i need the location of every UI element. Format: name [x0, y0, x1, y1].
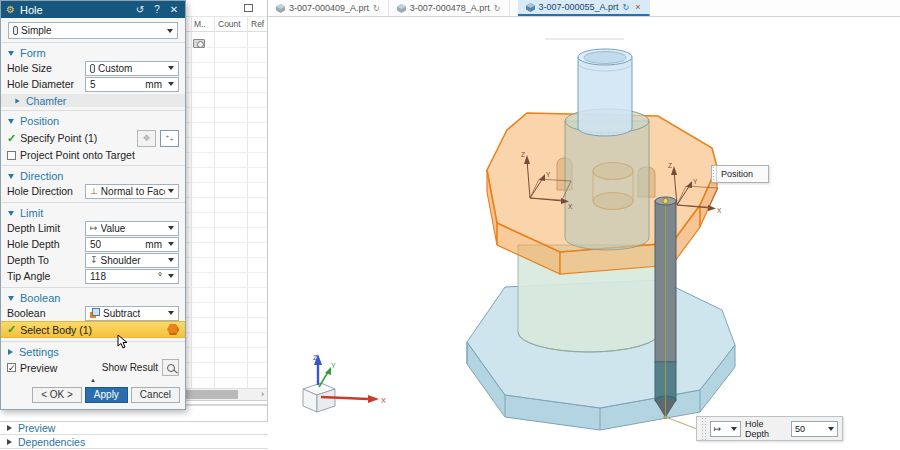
camera-icon[interactable] [193, 39, 205, 48]
settings-section-header[interactable]: Settings [1, 345, 185, 359]
hole-direction-row: Hole Direction ⊥ Normal to Face [1, 183, 185, 199]
chevron-down-icon [731, 427, 737, 431]
hole-diameter-label: Hole Diameter [7, 78, 81, 90]
modified-icon: ↻ [373, 4, 380, 13]
dialog-title: Hole [20, 4, 43, 16]
tip-angle-label: Tip Angle [7, 270, 81, 282]
position-tag[interactable]: Position [711, 165, 769, 183]
section-dependencies[interactable]: Dependencies [0, 435, 268, 449]
hole-preview-rod[interactable] [655, 197, 676, 417]
value-limit-icon: ↦ [714, 424, 722, 434]
hole-depth-mini-toolbar[interactable]: ↦ Hole Depth 50 [696, 416, 843, 441]
hole-diameter-row: Hole Diameter 5 mm [1, 76, 185, 92]
limit-section-header[interactable]: Limit [1, 206, 185, 220]
restore-window-icon[interactable] [244, 4, 253, 12]
hole-depth-input[interactable]: 50 [791, 421, 838, 437]
part-tabbar: 3-007-000409_A.prt ↻ 3-007-000478_A.prt … [268, 0, 900, 17]
modified-icon: ↻ [623, 3, 630, 12]
preview-checkbox[interactable]: ✓ [7, 363, 16, 372]
form-section-header[interactable]: Form [1, 46, 185, 60]
unit-label[interactable]: ° [158, 271, 162, 282]
axis-x-label: X [568, 203, 573, 210]
boolean-label: Boolean [7, 307, 81, 319]
chamfer-section-header[interactable]: Chamfer [1, 94, 185, 107]
specify-point-row[interactable]: ✓ Specify Point (1) ❖ ⁺₊ [1, 128, 185, 148]
hole-direction-dropdown[interactable]: ⊥ Normal to Face [85, 184, 179, 199]
horizontal-scrollbar[interactable]: › [185, 388, 267, 401]
navigator-rows [185, 33, 267, 388]
tip-angle-row: Tip Angle 118 ° [1, 268, 185, 284]
unit-label[interactable]: mm [145, 239, 162, 250]
graphics-viewport[interactable]: 3-007-000409_A.prt ↻ 3-007-000478_A.prt … [268, 0, 900, 450]
scroll-right-arrow[interactable]: › [261, 389, 264, 399]
collapse-arrow-icon [8, 211, 14, 216]
scrollbar-thumb[interactable] [186, 390, 238, 399]
modified-icon: ↻ [494, 4, 501, 13]
expand-arrow-icon [7, 425, 12, 431]
tab-close-icon[interactable]: × [635, 2, 640, 12]
unit-label[interactable]: mm [145, 79, 162, 90]
depth-limit-label: Depth Limit [7, 222, 81, 234]
hole-type-value: Simple [21, 25, 52, 36]
column-header-count[interactable]: Count [218, 19, 241, 29]
top-cylinder-body[interactable] [578, 49, 632, 136]
boolean-dropdown[interactable]: Subtract [85, 306, 179, 321]
drag-handle[interactable] [701, 417, 706, 440]
show-result-button[interactable] [162, 359, 179, 376]
position-section-header[interactable]: Position [1, 114, 185, 128]
dialog-collapse-handle[interactable]: ▲ [1, 376, 185, 385]
collapse-arrow-icon [8, 174, 14, 179]
axis-z-label: Z [668, 162, 672, 169]
model-scene[interactable]: Z Y X Z Y X [268, 17, 900, 450]
section-label: Preview [18, 422, 55, 434]
tab-part-409[interactable]: 3-007-000409_A.prt ↻ [268, 0, 389, 16]
check-icon: ✓ [7, 323, 16, 336]
dialog-titlebar[interactable]: ⚙ Hole ↺ ? ✕ [1, 1, 185, 18]
boolean-section-header[interactable]: Boolean [1, 291, 185, 305]
depth-limit-dropdown[interactable]: ↦ Value [85, 221, 179, 236]
wcs-triad[interactable]: Z Y X [303, 353, 386, 412]
help-icon[interactable]: ? [151, 4, 163, 15]
reset-icon[interactable]: ↺ [134, 4, 146, 15]
project-point-checkbox[interactable] [7, 151, 16, 160]
tab-label: 3-007-000409_A.prt [289, 3, 369, 13]
magnifier-icon [167, 364, 175, 372]
chevron-down-icon [168, 82, 174, 86]
hole-size-dropdown[interactable]: Custom [85, 61, 179, 76]
project-point-row[interactable]: Project Point onto Target [1, 148, 185, 162]
tab-part-055-active[interactable]: 3-007-000055_A.prt ↻ × [518, 0, 650, 16]
hole-depth-field[interactable]: 50 mm [85, 237, 179, 252]
hole-depth-label: Hole Depth [745, 419, 787, 439]
direction-section-header[interactable]: Direction [1, 169, 185, 183]
tab-label: 3-007-000055_A.prt [539, 2, 619, 12]
limit-type-dropdown[interactable]: ↦ [710, 421, 741, 437]
tab-part-478[interactable]: 3-007-000478_A.prt ↻ [389, 0, 510, 16]
specify-point-label: Specify Point (1) [20, 132, 133, 144]
navigator-header [185, 0, 267, 17]
normal-to-face-icon: ⊥ [90, 186, 98, 196]
specified-point-marker[interactable] [663, 198, 668, 203]
select-body-row[interactable]: ✓ Select Body (1) [1, 321, 185, 338]
point-dialog-button[interactable]: ⁺₊ [160, 130, 179, 147]
section-label: Dependencies [18, 436, 85, 448]
cancel-button[interactable]: Cancel [131, 387, 180, 403]
apply-button[interactable]: Apply [85, 387, 128, 403]
section-preview[interactable]: Preview [0, 421, 268, 435]
depth-to-dropdown[interactable]: ↧ Shoulder [85, 253, 179, 268]
column-header-ref[interactable]: Ref [251, 19, 264, 29]
close-icon[interactable]: ✕ [168, 4, 180, 15]
hole-depth-label: Hole Depth [7, 238, 81, 250]
expand-arrow-icon [7, 439, 12, 445]
chevron-down-icon [167, 29, 173, 33]
preview-label: Preview [20, 362, 98, 374]
hole-depth-row: Hole Depth 50 mm [1, 236, 185, 252]
hole-direction-label: Hole Direction [7, 185, 81, 197]
hole-diameter-field[interactable]: 5 mm [85, 77, 179, 92]
tip-angle-field[interactable]: 118 ° [85, 269, 179, 284]
column-header-m[interactable]: M.. [194, 19, 206, 29]
sketch-section-button[interactable]: ❖ [137, 130, 156, 147]
application-window: M.. Count Ref › Preview Dependencies ⚙ H [0, 0, 900, 450]
hole-dialog: ⚙ Hole ↺ ? ✕ Simple Form Hole Size [0, 0, 186, 410]
ok-button[interactable]: < OK > [32, 387, 82, 403]
hole-type-dropdown[interactable]: Simple [8, 22, 178, 39]
